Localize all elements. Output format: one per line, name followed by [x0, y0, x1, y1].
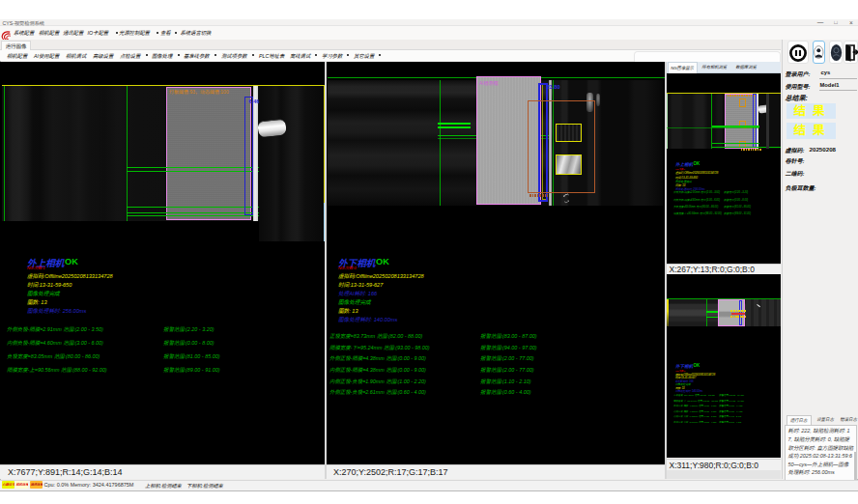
menu-item-6[interactable]: 系统语言切换: [181, 26, 212, 40]
alarm-range-text: 报警范围:(0.60 - 4.00): [480, 388, 530, 396]
result-box-1: 结果: [786, 103, 837, 120]
mini-info-line: 时间:13-31-59-650: [675, 175, 698, 179]
login-user-button[interactable]: [813, 41, 825, 65]
title-bar: [0, 19, 858, 27]
log-tab-0[interactable]: 运行日志: [786, 415, 812, 425]
camera-link-badge: 相机连接: [15, 481, 28, 489]
toolbar-item-5[interactable]: 图像处理: [152, 50, 172, 61]
measurement-row: 负极宽度=83.05mm 范围:(80.00 - 86.00)报警范围:(81.…: [7, 352, 297, 366]
mini-camera-result: OK: [694, 363, 701, 368]
left-measure-line: [127, 215, 260, 216]
maximize-button[interactable]: □: [830, 19, 842, 25]
left-measure-line: [127, 207, 260, 208]
alarm-range-text: 报警范围:(94.00 - 97.00): [719, 398, 744, 402]
mini-bottom-measurement-rows: 正极宽度=83.73mm 范围:(82.00 - 88.00)报警范围:(83.…: [673, 393, 785, 425]
mini-info-line: 虚拟码:Offliine20250208133134728: [675, 171, 718, 175]
mini-top-anchor-box: [739, 98, 746, 107]
left-process-status: 图像处理完成: [27, 290, 60, 297]
toolbar-item-2[interactable]: 相机调试: [66, 50, 86, 61]
toolbar-item-11[interactable]: 其它设置: [354, 50, 374, 61]
menu-item-5[interactable]: 查看: [160, 26, 171, 40]
mini-bottom-edge-line: [667, 299, 669, 326]
exit-door-icon: [844, 43, 858, 62]
center-turn-count: 圈数: 13: [338, 307, 358, 315]
pause-button[interactable]: [787, 41, 810, 65]
measurement-row: 内侧正极-隔膜=4.38mm 范围:(0.00 - 9.00)报警范围:(2.0…: [673, 408, 785, 414]
log-tab-1[interactable]: 设置日志: [813, 415, 838, 425]
exit-button[interactable]: [844, 41, 858, 65]
needle-number-label: 卷针号:: [786, 156, 805, 165]
left-electrode-tab: [257, 118, 287, 136]
total-result-label: 总结果:: [786, 93, 808, 102]
measurement-row: 正极宽度=83.73mm 范围:(82.00 - 88.00)报警范围:(83.…: [673, 393, 785, 399]
menu-item-1[interactable]: 相机配置: [39, 26, 59, 40]
toolbar-item-10[interactable]: 学习参数: [322, 50, 342, 61]
minimize-button[interactable]: —: [815, 18, 826, 25]
mini-top-threshold-marks: [728, 95, 755, 97]
view-tab-1[interactable]: 所有相机浏览: [699, 62, 730, 73]
toolbar-item-4[interactable]: 点检设置: [120, 50, 140, 61]
view-tab-0[interactable]: NG图像显示: [668, 62, 698, 73]
toolbar-item-7[interactable]: 测试项参数: [221, 50, 247, 61]
dropdown-dot-icon: [175, 32, 177, 34]
left-measure-line: [127, 212, 260, 213]
app-logo-icon: [1, 28, 12, 40]
log-output[interactable]: 耗时: 222, 缺陷检测耗时: 17, 缺陷分类耗时: 0, 缺陷提取分区耗时…: [785, 425, 857, 488]
login-user-underline: [819, 78, 857, 79]
user-manager-button[interactable]: [829, 41, 844, 65]
alarm-range-text: 报警范围:(2.00 - 77.00): [719, 408, 743, 412]
center-process-status: 图像处理完成: [338, 298, 371, 306]
measurement-row: 负极宽度=83.05mm 范围:(80.00 - 86.00)报警范围:(81.…: [673, 205, 785, 211]
left-cell-edge: [253, 86, 258, 221]
alarm-range-text: 报警范围:(94.00 - 97.00): [480, 344, 536, 351]
mini-top-result-block: 外上相机 OK NG次数:1虚拟码:Offliine20250208133134…: [675, 161, 786, 192]
menu-item-4[interactable]: 光源控制配置: [119, 26, 150, 40]
dropdown-dot-icon: [214, 54, 216, 56]
result-box-2: 结果: [786, 123, 837, 139]
alarm-range-text: 报警范围:(83.00 - 87.00): [480, 332, 536, 340]
mini-bottom-ai-label: AI检测框: [721, 299, 740, 303]
mini-camera-result: OK: [694, 161, 701, 166]
measurement-text: 隔膜宽度-上=90.56mm 范围:(88.00 - 92.00): [7, 366, 107, 374]
measurement-text: 内侧正极-隔膜=4.38mm 范围:(0.00 - 9.00): [673, 408, 716, 412]
measurement-text: 负极宽度=83.05mm 范围:(80.00 - 86.00): [673, 205, 718, 209]
center-process-time: 图像处理耗时: 140.00ms: [338, 316, 397, 323]
login-user-value[interactable]: cys: [821, 70, 831, 75]
mini-top-measure-line: [667, 127, 759, 128]
tab-run-image[interactable]: 运行图像: [1, 41, 31, 51]
measurement-text: 正极宽度=83.73mm 范围:(82.00 - 88.00): [673, 393, 715, 397]
mini-top-bottom-marks: [741, 149, 761, 151]
mini-top-cell-edge: [757, 94, 758, 149]
toolbar-item-1[interactable]: AI使用配置: [34, 50, 59, 61]
lower-camera-status: 下相机:检测结束: [186, 482, 223, 489]
virtual-code-label: 虚拟码:: [786, 146, 805, 154]
toolbar-item-8[interactable]: PLC地址表: [259, 50, 284, 61]
measurement-row: 外侧负极-隔膜=2.91mm 范围:(2.00 - 3.50)报警范围:(2.2…: [673, 190, 785, 197]
comm-link-badge-label: 通讯连接: [30, 481, 37, 488]
left-roi-line: [4, 86, 5, 220]
menu-item-3[interactable]: IO卡配置: [88, 26, 108, 40]
mini-top-measure-line: [712, 147, 782, 148]
toolbar-item-6[interactable]: 基准线参数: [184, 50, 210, 61]
user-profile-icon: [830, 42, 843, 63]
measurement-text: 负极宽度=83.05mm 范围:(80.00 - 86.00): [7, 352, 100, 360]
toolbar-item-3[interactable]: 高级设置: [93, 50, 113, 61]
left-virtual-code: 虚拟码:Offliine20250208133134728: [27, 272, 113, 280]
menu-item-2[interactable]: 通讯配置: [63, 26, 83, 40]
log-tab-2[interactable]: 错误日志: [840, 415, 858, 425]
view-tab-2[interactable]: 数据库浏览: [731, 62, 760, 73]
mini-top-cursor-readout: X:267;Y:13;R:0;G:0;B:0: [670, 265, 755, 274]
toolbar-item-0[interactable]: 相机配置: [7, 50, 27, 61]
cpu-memory-readout: Cpu: 0.0% Memory: 3424.41796875M: [44, 482, 134, 488]
center-tab-roi-2: [556, 154, 581, 175]
left-camera-image-right: [259, 86, 325, 240]
model-value[interactable]: Model1: [820, 82, 840, 88]
alarm-range-text: 报警范围:(0.60 - 4.00): [719, 419, 741, 423]
login-user-label: 登录用户:: [786, 70, 811, 78]
close-button[interactable]: ×: [845, 19, 857, 26]
dropdown-dot-icon: [379, 54, 381, 56]
measurement-text: 隔膜宽度-下=95.24mm 范围:(93.00 - 98.00): [329, 344, 430, 351]
menu-item-0[interactable]: 系统配置: [14, 26, 34, 40]
alarm-range-text: 报警范围:(89.00 - 91.00): [724, 211, 751, 215]
toolbar-item-9[interactable]: 离线调试: [290, 50, 310, 61]
